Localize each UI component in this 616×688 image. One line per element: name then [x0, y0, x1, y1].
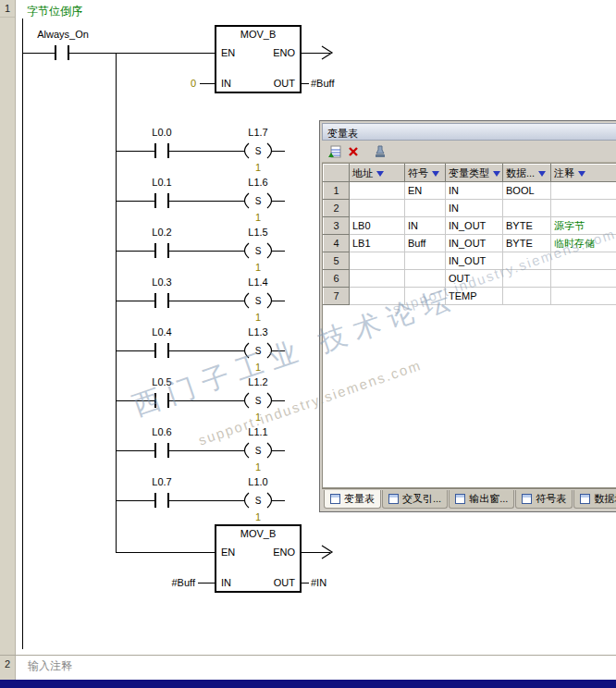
- mov-b-box-top[interactable]: MOV_B EN ENO IN OUT: [216, 26, 301, 92]
- cell-comment[interactable]: [551, 270, 616, 288]
- always-on-contact[interactable]: [55, 45, 68, 60]
- variable-table-title: 变量表: [327, 128, 358, 139]
- cell-datatype[interactable]: BOOL: [503, 182, 551, 200]
- mov-b-box-bottom[interactable]: MOV_B EN ENO IN OUT: [216, 525, 301, 592]
- no-contact[interactable]: [155, 143, 168, 158]
- col-header-comment[interactable]: 注释: [551, 165, 616, 182]
- set-coil[interactable]: S: [245, 293, 272, 308]
- mov-top-in-operand[interactable]: 0: [191, 78, 196, 89]
- row-number[interactable]: 6: [324, 270, 350, 288]
- row-number[interactable]: 3: [324, 217, 350, 235]
- set-coil[interactable]: S: [245, 193, 272, 208]
- cell-datatype[interactable]: [503, 200, 551, 217]
- cell-address[interactable]: [350, 288, 405, 305]
- col-header-datatype[interactable]: 数据...: [503, 165, 551, 182]
- mov-bottom-in-operand[interactable]: #Buff: [172, 577, 196, 588]
- network2-number: 2: [0, 658, 15, 670]
- cell-address[interactable]: LB1: [350, 235, 405, 252]
- cell-vartype[interactable]: IN: [446, 200, 503, 217]
- cell-address[interactable]: LB0: [350, 217, 405, 235]
- variable-table-titlebar[interactable]: 变量表: [322, 123, 616, 141]
- cell-vartype[interactable]: IN_OUT: [446, 252, 503, 270]
- sort-icon: [376, 171, 384, 177]
- cell-symbol[interactable]: [405, 200, 446, 217]
- cell-vartype[interactable]: TEMP: [446, 288, 503, 305]
- row-number[interactable]: 7: [324, 288, 350, 305]
- cell-address[interactable]: [350, 270, 405, 288]
- box-title: MOV_B: [240, 528, 277, 539]
- col-header-address[interactable]: 地址: [350, 165, 405, 182]
- coil-bit-count: 1: [255, 162, 261, 173]
- coil-label: L1.6: [248, 177, 267, 188]
- tab-symbol-table[interactable]: 符号表: [515, 490, 573, 509]
- cell-vartype[interactable]: IN: [446, 182, 503, 200]
- table-row: 7 TEMP: [324, 288, 616, 305]
- cell-datatype[interactable]: [503, 288, 551, 305]
- coil-op: S: [255, 196, 262, 206]
- tab-variable-table[interactable]: 变量表: [324, 490, 381, 509]
- no-contact[interactable]: [155, 393, 168, 408]
- cell-symbol[interactable]: [405, 288, 446, 305]
- cell-vartype[interactable]: IN_OUT: [446, 217, 503, 235]
- row-number[interactable]: 4: [324, 235, 350, 252]
- no-contact[interactable]: [155, 193, 168, 208]
- cell-comment[interactable]: 源字节: [551, 217, 616, 235]
- set-coil[interactable]: S: [245, 443, 272, 458]
- cell-symbol[interactable]: EN: [405, 182, 446, 200]
- rung-branch: L0.4 S L1.3 1: [116, 326, 285, 373]
- set-coil[interactable]: S: [245, 343, 272, 358]
- row-number[interactable]: 1: [324, 182, 350, 200]
- cell-comment[interactable]: [551, 288, 616, 305]
- network2-comment-placeholder[interactable]: 输入注释: [28, 658, 72, 674]
- no-contact[interactable]: [155, 243, 168, 258]
- row-number[interactable]: 2: [324, 200, 350, 217]
- tab-data-block[interactable]: 数据块: [573, 490, 616, 509]
- cell-comment[interactable]: [551, 200, 616, 217]
- cell-datatype[interactable]: [503, 270, 551, 288]
- network1-title[interactable]: 字节位倒序: [27, 4, 82, 19]
- no-contact[interactable]: [155, 493, 168, 508]
- tab-cross-reference[interactable]: 交叉引...: [382, 490, 448, 509]
- cell-vartype[interactable]: OUT: [446, 270, 503, 288]
- cell-address[interactable]: [350, 252, 405, 270]
- cell-vartype[interactable]: IN_OUT: [446, 235, 503, 252]
- set-coil[interactable]: S: [245, 143, 272, 158]
- coil-bit-count: 1: [255, 262, 261, 273]
- col-header-symbol[interactable]: 符号: [405, 165, 446, 182]
- cell-datatype[interactable]: [503, 252, 551, 270]
- set-coil[interactable]: S: [245, 493, 272, 508]
- insert-row-button[interactable]: [326, 142, 343, 160]
- cell-comment[interactable]: [551, 182, 616, 200]
- cell-datatype[interactable]: BYTE: [503, 217, 551, 235]
- row-number[interactable]: 5: [324, 252, 350, 270]
- coil-label: L1.0: [248, 476, 267, 487]
- no-contact[interactable]: [155, 443, 168, 458]
- cell-symbol[interactable]: [405, 252, 446, 270]
- no-contact[interactable]: [155, 293, 168, 308]
- cell-comment[interactable]: 临时存储: [551, 235, 616, 252]
- delete-row-button[interactable]: [344, 142, 362, 160]
- sort-icon: [538, 171, 546, 177]
- mov-bottom-out-operand[interactable]: #IN: [311, 577, 326, 588]
- bottom-bar: [0, 680, 616, 688]
- cell-comment[interactable]: [551, 252, 616, 270]
- cell-symbol[interactable]: IN: [405, 217, 446, 235]
- mov-top-out-operand[interactable]: #Buff: [311, 78, 335, 89]
- pin-en: EN: [221, 547, 235, 558]
- grid-icon: [580, 494, 590, 504]
- table-row: 5 IN_OUT: [324, 252, 616, 270]
- no-contact[interactable]: [155, 343, 168, 358]
- col-header-vartype[interactable]: 变量类型: [446, 165, 503, 182]
- set-coil[interactable]: S: [245, 393, 272, 408]
- stamp-button[interactable]: [371, 142, 388, 160]
- col-header-label: 变量类型: [449, 167, 489, 178]
- cell-address[interactable]: [350, 182, 405, 200]
- set-coil[interactable]: S: [245, 243, 272, 258]
- variable-table-tabbar: 变量表 交叉引... 输出窗... 符号表 数据块: [322, 488, 616, 510]
- cell-symbol[interactable]: [405, 270, 446, 288]
- cell-address[interactable]: [350, 200, 405, 217]
- cell-datatype[interactable]: BYTE: [503, 235, 551, 252]
- network-number-margin: 1 2: [0, 0, 16, 680]
- cell-symbol[interactable]: Buff: [405, 235, 446, 252]
- tab-output-window[interactable]: 输出窗...: [449, 490, 514, 509]
